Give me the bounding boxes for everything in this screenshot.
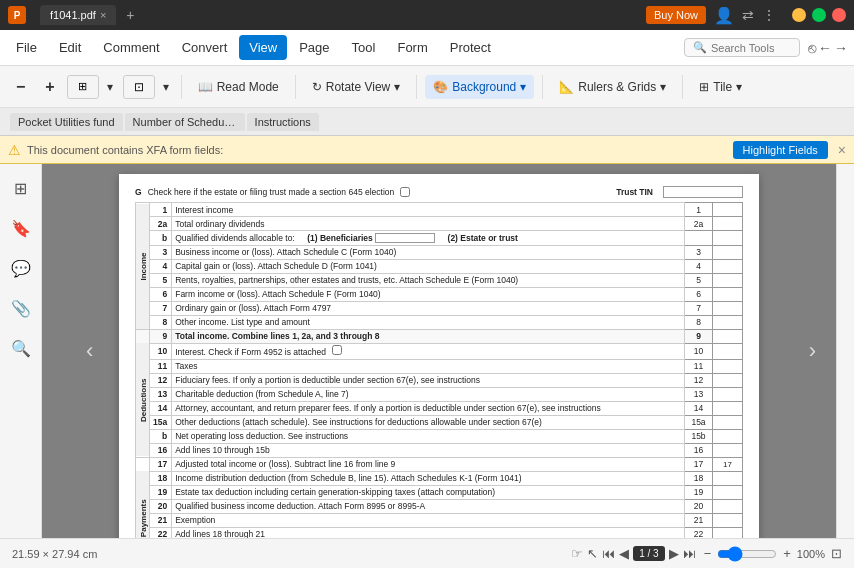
input-11[interactable] [713, 359, 743, 373]
menu-tool[interactable]: Tool [342, 35, 386, 60]
page-indicator: 1 / 3 [633, 546, 664, 561]
form4952-checkbox[interactable] [332, 345, 342, 355]
input-2a[interactable] [713, 217, 743, 231]
last-page-btn[interactable]: ⏭ [683, 546, 696, 561]
table-row: Income 1 Interest income 1 [136, 203, 743, 217]
input-14[interactable] [713, 401, 743, 415]
selection-tool[interactable]: ⊡ [123, 75, 155, 99]
table-row: 17 Adjusted total income or (loss). Subt… [136, 457, 743, 471]
buy-now-button[interactable]: Buy Now [646, 6, 706, 24]
input-19[interactable] [713, 485, 743, 499]
row-label-19: Estate tax deduction including certain g… [172, 485, 685, 499]
bookmark-btn[interactable]: 🔖 [5, 212, 37, 244]
input-9[interactable] [713, 329, 743, 343]
zoom-out-status-btn[interactable]: − [704, 546, 712, 561]
input-16[interactable] [713, 443, 743, 457]
prev-page-arrow[interactable]: ‹ [86, 338, 93, 364]
sync-icon[interactable]: ⇄ [742, 7, 754, 23]
table-row: 9 Total income. Combine lines 1, 2a, and… [136, 329, 743, 343]
table-row: 4 Capital gain or (loss). Attach Schedul… [136, 259, 743, 273]
input-13[interactable] [713, 387, 743, 401]
attachment-btn[interactable]: 📎 [5, 292, 37, 324]
menu-page[interactable]: Page [289, 35, 339, 60]
zoom-slider[interactable] [717, 546, 777, 562]
tax-payments-section-label: Tax and Payments [136, 471, 150, 538]
view-mode-selector[interactable]: ⊞ [67, 75, 99, 99]
input-3[interactable] [713, 245, 743, 259]
input-8[interactable] [713, 315, 743, 329]
thumb-view-btn[interactable]: ⊞ [5, 172, 37, 204]
xfa-notification-bar: ⚠ This document contains XFA form fields… [0, 136, 854, 164]
input-10[interactable] [713, 343, 743, 359]
tile-btn[interactable]: ⊞ Tile ▾ [691, 75, 750, 99]
row-label-15b: Net operating loss deduction. See instru… [172, 429, 685, 443]
beneficiaries-input[interactable] [375, 233, 435, 243]
menu-convert[interactable]: Convert [172, 35, 238, 60]
cursor-tool-btn[interactable]: ↖ [587, 546, 598, 561]
input-1[interactable] [713, 203, 743, 217]
input-2b[interactable] [713, 231, 743, 246]
input-18[interactable] [713, 471, 743, 485]
input-6[interactable] [713, 287, 743, 301]
xfa-close-button[interactable]: × [838, 142, 846, 158]
read-mode-btn[interactable]: 📖 Read Mode [190, 75, 287, 99]
annotation-btn[interactable]: 💬 [5, 252, 37, 284]
spacer [136, 329, 150, 343]
input-4[interactable] [713, 259, 743, 273]
hand-tool-btn[interactable]: ☞ [571, 546, 583, 561]
zoom-out-btn[interactable]: − [8, 73, 33, 101]
selection-icon: ⊡ [134, 80, 144, 94]
menu-file[interactable]: File [6, 35, 47, 60]
table-row: 3 Business income or (loss). Attach Sche… [136, 245, 743, 259]
menu-dots-icon[interactable]: ⋮ [762, 7, 776, 23]
trust-tin-input[interactable] [663, 186, 743, 198]
zoom-in-btn[interactable]: + [37, 73, 62, 101]
menu-edit[interactable]: Edit [49, 35, 91, 60]
search-input[interactable] [711, 42, 791, 54]
tile-chevron-icon: ▾ [736, 80, 742, 94]
input-22[interactable] [713, 527, 743, 538]
input-7[interactable] [713, 301, 743, 315]
search-panel-btn[interactable]: 🔍 [5, 332, 37, 364]
nav-forward-icon[interactable]: → [834, 40, 848, 56]
external-link-icon[interactable]: ⎋ [808, 40, 816, 56]
tab-0[interactable]: Pocket Utilities fund [10, 113, 123, 131]
minimize-button[interactable] [792, 8, 806, 22]
menu-comment[interactable]: Comment [93, 35, 169, 60]
row-label-16: Add lines 10 through 15b [172, 443, 685, 457]
tab-2[interactable]: Instructions [247, 113, 319, 131]
rulers-btn[interactable]: 📐 Rulers & Grids ▾ [551, 75, 674, 99]
input-15a[interactable] [713, 415, 743, 429]
menu-protect[interactable]: Protect [440, 35, 501, 60]
maximize-button[interactable] [812, 8, 826, 22]
account-icon[interactable]: 👤 [714, 6, 734, 25]
rotate-view-btn[interactable]: ↻ Rotate View ▾ [304, 75, 408, 99]
view-mode-dropdown[interactable]: ▾ [103, 78, 117, 96]
next-page-btn[interactable]: ▶ [669, 546, 679, 561]
input-20[interactable] [713, 499, 743, 513]
highlight-fields-button[interactable]: Highlight Fields [733, 141, 828, 159]
sep2 [295, 75, 296, 99]
next-page-arrow[interactable]: › [809, 338, 816, 364]
add-tab-btn[interactable]: + [126, 7, 134, 23]
input-12[interactable] [713, 373, 743, 387]
prev-page-btn[interactable]: ◀ [619, 546, 629, 561]
selection-dropdown[interactable]: ▾ [159, 78, 173, 96]
input-15b[interactable] [713, 429, 743, 443]
input-17[interactable]: 17 [713, 457, 743, 471]
close-tab-btn[interactable]: × [100, 9, 106, 21]
menu-form[interactable]: Form [387, 35, 437, 60]
close-button[interactable] [832, 8, 846, 22]
input-5[interactable] [713, 273, 743, 287]
background-icon: 🎨 [433, 80, 448, 94]
fit-page-btn[interactable]: ⊡ [831, 546, 842, 561]
first-page-btn[interactable]: ⏮ [602, 546, 615, 561]
nav-back-icon[interactable]: ← [818, 40, 832, 56]
zoom-in-status-btn[interactable]: + [783, 546, 791, 561]
tab-1[interactable]: Number of Schedules K-1 ... [125, 113, 245, 131]
menu-view[interactable]: View [239, 35, 287, 60]
title-tab[interactable]: f1041.pdf × [40, 5, 116, 25]
background-btn[interactable]: 🎨 Background ▾ [425, 75, 534, 99]
section-645-checkbox[interactable] [400, 187, 410, 197]
input-21[interactable] [713, 513, 743, 527]
